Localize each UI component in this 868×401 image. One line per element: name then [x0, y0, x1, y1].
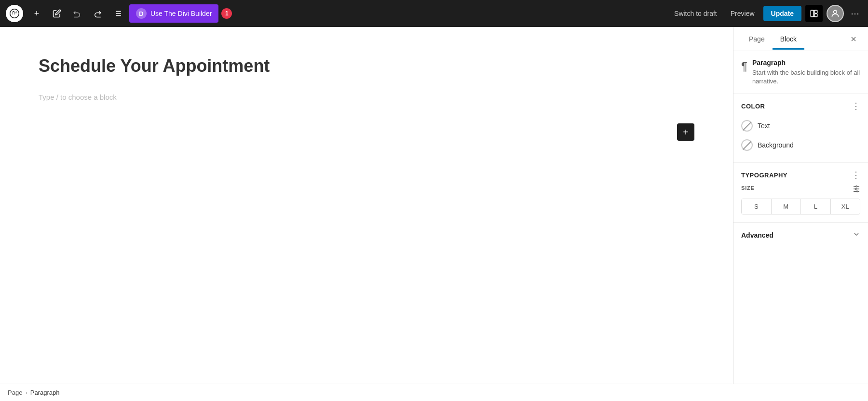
edit-button[interactable]	[48, 5, 66, 22]
toolbar: + D Use The Divi Builder 1 Switch to dra…	[0, 0, 868, 27]
main-layout: Schedule Your Appointment Type / to choo…	[0, 27, 868, 384]
toolbar-right: Switch to draft Preview Update ⋯	[669, 5, 862, 22]
toolbar-left: + D Use The Divi Builder 1	[6, 4, 232, 23]
add-block-button[interactable]: +	[677, 123, 694, 141]
more-options-button[interactable]: ⋯	[848, 5, 862, 22]
size-buttons-group: S M L XL	[741, 199, 860, 214]
breadcrumb-page[interactable]: Page	[8, 389, 22, 396]
color-more-button[interactable]: ⋮	[852, 102, 860, 110]
block-tab[interactable]: Block	[773, 28, 804, 50]
background-color-label: Background	[758, 141, 794, 149]
advanced-chevron-icon	[853, 230, 860, 240]
list-view-button[interactable]	[109, 5, 126, 22]
close-sidebar-button[interactable]	[847, 32, 860, 46]
switch-to-draft-button[interactable]: Switch to draft	[669, 7, 722, 20]
size-xl-button[interactable]: XL	[831, 199, 860, 214]
advanced-title: Advanced	[741, 231, 773, 239]
size-label: SIZE	[741, 185, 755, 191]
svg-point-18	[856, 186, 857, 187]
undo-button[interactable]	[68, 5, 86, 22]
right-sidebar: Page Block ¶ Paragraph Start with the ba…	[733, 27, 868, 384]
add-block-toolbar-button[interactable]: +	[28, 5, 45, 22]
svg-rect-7	[814, 10, 817, 13]
svg-rect-8	[814, 14, 817, 17]
paragraph-icon: ¶	[741, 60, 747, 73]
page-title[interactable]: Schedule Your Appointment	[39, 56, 694, 76]
background-color-option[interactable]: Background	[741, 135, 860, 155]
breadcrumb-bar: Page › Paragraph	[0, 384, 868, 401]
preview-button[interactable]: Preview	[726, 7, 760, 20]
svg-point-9	[834, 10, 837, 13]
block-placeholder[interactable]: Type / to choose a block	[39, 88, 694, 107]
layout-button[interactable]	[805, 5, 823, 22]
breadcrumb-current: Paragraph	[30, 389, 60, 396]
user-avatar[interactable]	[827, 5, 844, 22]
redo-button[interactable]	[89, 5, 106, 22]
color-section: Color ⋮ Text Background	[733, 94, 868, 163]
breadcrumb-separator: ›	[25, 389, 27, 396]
advanced-section: Advanced	[733, 223, 868, 248]
typography-section: Typography ⋮ SIZE S M L XL	[733, 163, 868, 223]
divi-label: Use The Divi Builder	[150, 10, 212, 17]
size-s-button[interactable]: S	[742, 199, 772, 214]
page-tab[interactable]: Page	[741, 28, 773, 50]
color-section-header: Color ⋮	[741, 102, 860, 110]
paragraph-title: Paragraph	[752, 59, 860, 67]
typography-section-header: Typography ⋮	[741, 171, 860, 179]
wp-logo[interactable]	[6, 5, 23, 22]
size-filter-button[interactable]	[853, 185, 860, 195]
update-button[interactable]: Update	[763, 6, 801, 21]
divi-builder-button[interactable]: D Use The Divi Builder	[129, 4, 218, 23]
notification-badge[interactable]: 1	[221, 8, 232, 19]
color-section-title: Color	[741, 103, 765, 110]
text-color-label: Text	[758, 122, 770, 130]
typography-section-title: Typography	[741, 172, 787, 179]
svg-rect-6	[811, 10, 814, 17]
size-l-button[interactable]: L	[801, 199, 831, 214]
svg-point-19	[855, 188, 856, 190]
paragraph-text-block: Paragraph Start with the basic building …	[752, 59, 860, 86]
size-m-button[interactable]: M	[772, 199, 801, 214]
typography-more-button[interactable]: ⋮	[852, 171, 860, 179]
size-row: SIZE	[741, 185, 860, 195]
advanced-section-header[interactable]: Advanced	[741, 230, 860, 240]
editor-area: Schedule Your Appointment Type / to choo…	[0, 27, 733, 384]
divi-logo: D	[136, 8, 147, 19]
paragraph-desc: Start with the basic building block of a…	[752, 68, 860, 86]
text-color-option[interactable]: Text	[741, 116, 860, 135]
text-color-swatch	[741, 120, 753, 132]
sidebar-header: Page Block	[733, 27, 868, 51]
background-color-swatch	[741, 139, 753, 151]
paragraph-info: ¶ Paragraph Start with the basic buildin…	[733, 51, 868, 94]
svg-point-20	[856, 191, 858, 192]
